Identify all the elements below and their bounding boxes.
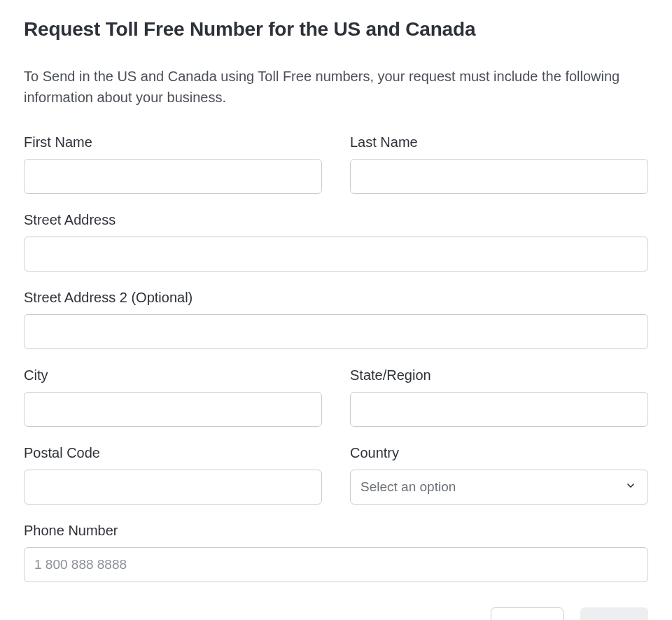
first-name-label: First Name bbox=[24, 134, 322, 150]
last-name-field: Last Name bbox=[350, 134, 648, 194]
street-address-2-input[interactable] bbox=[24, 314, 648, 349]
city-label: City bbox=[24, 367, 322, 383]
country-select-placeholder: Select an option bbox=[360, 479, 456, 495]
next-button[interactable]: Next bbox=[580, 607, 648, 620]
city-field: City bbox=[24, 367, 322, 427]
street-address-input[interactable] bbox=[24, 237, 648, 272]
phone-number-label: Phone Number bbox=[24, 523, 648, 539]
street-address-field: Street Address bbox=[24, 212, 648, 272]
state-region-field: State/Region bbox=[350, 367, 648, 427]
city-input[interactable] bbox=[24, 392, 322, 427]
first-name-input[interactable] bbox=[24, 159, 322, 194]
street-address-2-field: Street Address 2 (Optional) bbox=[24, 290, 648, 349]
first-name-field: First Name bbox=[24, 134, 322, 194]
page-title: Request Toll Free Number for the US and … bbox=[24, 18, 648, 41]
intro-text: To Send in the US and Canada using Toll … bbox=[24, 66, 640, 108]
postal-code-input[interactable] bbox=[24, 470, 322, 505]
chevron-down-icon bbox=[625, 479, 636, 495]
phone-number-input[interactable] bbox=[24, 547, 648, 582]
phone-number-field: Phone Number bbox=[24, 523, 648, 582]
state-region-input[interactable] bbox=[350, 392, 648, 427]
back-button[interactable]: Back bbox=[491, 607, 563, 620]
state-region-label: State/Region bbox=[350, 367, 648, 383]
postal-code-label: Postal Code bbox=[24, 445, 322, 461]
country-select[interactable]: Select an option bbox=[350, 470, 648, 505]
country-field: Country Select an option bbox=[350, 445, 648, 505]
last-name-label: Last Name bbox=[350, 134, 648, 150]
street-address-label: Street Address bbox=[24, 212, 648, 228]
country-label: Country bbox=[350, 445, 648, 461]
button-row: Back Next bbox=[24, 607, 648, 620]
postal-code-field: Postal Code bbox=[24, 445, 322, 505]
street-address-2-label: Street Address 2 (Optional) bbox=[24, 290, 648, 306]
last-name-input[interactable] bbox=[350, 159, 648, 194]
